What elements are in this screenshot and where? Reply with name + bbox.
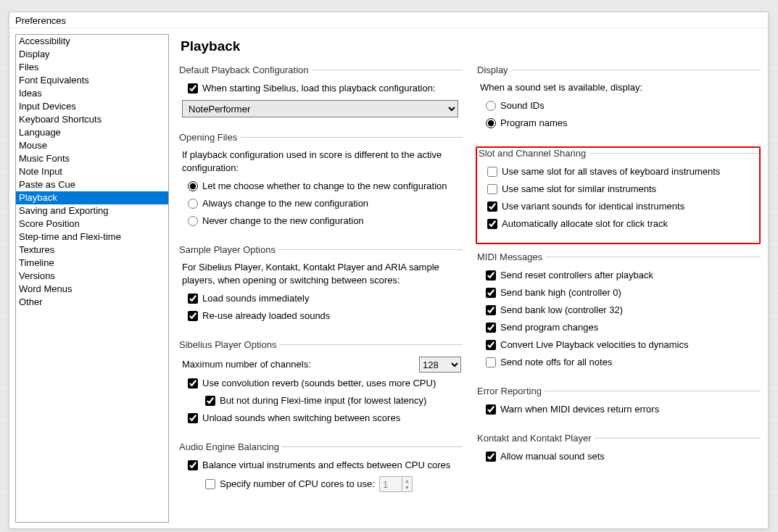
slot-channel-label-3: Automatically allocate slot for click tr… bbox=[502, 217, 668, 230]
category-sidebar[interactable]: AccessibilityDisplayFilesFont Equivalent… bbox=[15, 34, 169, 523]
section-error-reporting: Error Reporting Warn when MIDI devices r… bbox=[476, 386, 761, 425]
slot-channel-label-2: Use variant sounds for identical instrum… bbox=[502, 200, 684, 213]
max-channels-combo[interactable]: 128 bbox=[419, 357, 461, 373]
opening-files-radio-2[interactable] bbox=[188, 216, 198, 226]
warn-midi-errors-label: Warn when MIDI devices return errors bbox=[500, 403, 659, 416]
section-default-playback: Default Playback Configuration When star… bbox=[178, 65, 463, 125]
slot-channel-checkbox-3[interactable] bbox=[487, 219, 497, 229]
section-legend: Error Reporting bbox=[477, 386, 545, 396]
specify-cores-checkbox[interactable] bbox=[205, 479, 215, 489]
section-display: Display When a sound set is available, d… bbox=[476, 65, 761, 139]
display-desc: When a sound set is available, display: bbox=[477, 80, 759, 97]
sidebar-item-display[interactable]: Display bbox=[16, 48, 168, 61]
sibelius-player-checkbox-2[interactable] bbox=[188, 413, 198, 423]
sample-player-label-0: Load sounds immediately bbox=[202, 292, 309, 305]
left-column: Default Playback Configuration When star… bbox=[178, 65, 463, 509]
max-channels-label: Maximum number of channels: bbox=[182, 358, 311, 371]
sample-player-desc: For Sibelius Player, Kontakt, Kontakt Pl… bbox=[179, 259, 461, 290]
sidebar-item-step-time-and-flexi-time[interactable]: Step-time and Flexi-time bbox=[16, 230, 168, 244]
midi-messages-checkbox-4[interactable] bbox=[486, 340, 496, 350]
cpu-cores-value[interactable] bbox=[380, 479, 402, 490]
sidebar-item-word-menus[interactable]: Word Menus bbox=[16, 283, 168, 296]
opening-files-label-2: Never change to the new configuration bbox=[202, 215, 364, 228]
section-sample-player: Sample Player Options For Sibelius Playe… bbox=[178, 244, 463, 332]
section-kontakt: Kontakt and Kontakt Player Allow manual … bbox=[476, 433, 761, 473]
sidebar-item-music-fonts[interactable]: Music Fonts bbox=[16, 152, 168, 165]
load-config-label: When starting Sibelius, load this playba… bbox=[202, 82, 436, 95]
midi-messages-label-3: Send program changes bbox=[500, 321, 598, 334]
midi-messages-checkbox-1[interactable] bbox=[486, 288, 496, 298]
section-legend: Display bbox=[477, 65, 511, 75]
sidebar-item-font-equivalents[interactable]: Font Equivalents bbox=[16, 74, 168, 87]
section-legend: Audio Engine Balancing bbox=[179, 441, 282, 452]
display-label-0: Sound IDs bbox=[500, 99, 545, 112]
opening-files-radio-1[interactable] bbox=[188, 199, 198, 209]
slot-channel-label-1: Use same slot for similar instruments bbox=[502, 183, 656, 196]
midi-messages-checkbox-5[interactable] bbox=[486, 357, 496, 367]
opening-files-desc: If playback configuration used in score … bbox=[179, 147, 461, 178]
sample-player-label-1: Re-use already loaded sounds bbox=[202, 309, 330, 323]
section-legend: MIDI Messages bbox=[477, 252, 545, 262]
balance-cores-label: Balance virtual instruments and effects … bbox=[202, 459, 450, 472]
sidebar-item-input-devices[interactable]: Input Devices bbox=[16, 100, 168, 113]
section-legend: Default Playback Configuration bbox=[179, 65, 312, 75]
section-legend: Sample Player Options bbox=[179, 244, 278, 255]
midi-messages-checkbox-0[interactable] bbox=[486, 270, 496, 280]
allow-manual-soundsets-checkbox[interactable] bbox=[486, 452, 496, 462]
preferences-dialog: Preferences AccessibilityDisplayFilesFon… bbox=[9, 12, 769, 529]
section-legend: Kontakt and Kontakt Player bbox=[477, 433, 595, 444]
load-config-checkbox[interactable] bbox=[188, 83, 198, 93]
midi-messages-label-1: Send bank high (controller 0) bbox=[500, 286, 621, 299]
allow-manual-soundsets-label: Allow manual sound sets bbox=[500, 450, 605, 463]
sidebar-item-score-position[interactable]: Score Position bbox=[16, 217, 168, 230]
warn-midi-errors-checkbox[interactable] bbox=[486, 404, 496, 415]
sidebar-item-paste-as-cue[interactable]: Paste as Cue bbox=[16, 178, 168, 191]
sidebar-item-other[interactable]: Other bbox=[16, 296, 168, 309]
cpu-cores-spinner[interactable]: ▲ ▼ bbox=[379, 476, 413, 492]
section-slot-channel: Slot and Channel Sharing Use same slot f… bbox=[477, 148, 759, 240]
opening-files-label-1: Always change to the new configuration bbox=[202, 197, 368, 210]
midi-messages-label-0: Send reset controllers after playback bbox=[500, 269, 653, 282]
display-radio-0[interactable] bbox=[486, 101, 496, 111]
opening-files-label-0: Let me choose whether to change to the n… bbox=[202, 180, 447, 193]
specify-cores-label: Specify number of CPU cores to use: bbox=[220, 478, 375, 491]
midi-messages-label-5: Send note offs for all notes bbox=[500, 356, 612, 369]
sidebar-item-accessibility[interactable]: Accessibility bbox=[16, 35, 168, 48]
section-audio-engine: Audio Engine Balancing Balance virtual i… bbox=[178, 441, 463, 502]
slot-channel-checkbox-2[interactable] bbox=[487, 201, 497, 212]
sibelius-player-label-1: But not during Flexi-time input (for low… bbox=[220, 394, 426, 407]
midi-messages-checkbox-3[interactable] bbox=[486, 323, 496, 333]
slot-channel-label-0: Use same slot for all staves of keyboard… bbox=[502, 165, 720, 178]
sibelius-player-checkbox-1[interactable] bbox=[205, 396, 215, 406]
spin-up-icon[interactable]: ▲ bbox=[402, 478, 412, 484]
sample-player-checkbox-1[interactable] bbox=[188, 311, 198, 321]
sidebar-item-timeline[interactable]: Timeline bbox=[16, 257, 168, 270]
sidebar-item-saving-and-exporting[interactable]: Saving and Exporting bbox=[16, 204, 168, 217]
section-opening-files: Opening Files If playback configuration … bbox=[178, 132, 463, 237]
slot-channel-checkbox-1[interactable] bbox=[487, 184, 497, 194]
display-radio-1[interactable] bbox=[486, 118, 496, 128]
sidebar-item-ideas[interactable]: Ideas bbox=[16, 87, 168, 100]
playback-config-combo[interactable]: NotePerformer bbox=[182, 100, 458, 117]
dialog-title: Preferences bbox=[9, 12, 768, 28]
midi-messages-checkbox-2[interactable] bbox=[486, 305, 496, 315]
sidebar-item-keyboard-shortcuts[interactable]: Keyboard Shortcuts bbox=[16, 113, 168, 126]
sidebar-item-versions[interactable]: Versions bbox=[16, 270, 168, 283]
midi-messages-label-4: Convert Live Playback velocities to dyna… bbox=[500, 338, 688, 352]
sample-player-checkbox-0[interactable] bbox=[188, 294, 198, 304]
sidebar-item-mouse[interactable]: Mouse bbox=[16, 139, 168, 152]
right-column: Display When a sound set is available, d… bbox=[476, 65, 761, 509]
section-legend: Slot and Channel Sharing bbox=[479, 148, 589, 159]
sidebar-item-language[interactable]: Language bbox=[16, 126, 168, 139]
sidebar-item-note-input[interactable]: Note Input bbox=[16, 165, 168, 178]
sidebar-item-files[interactable]: Files bbox=[16, 61, 168, 74]
section-midi-messages: MIDI Messages Send reset controllers aft… bbox=[476, 252, 761, 378]
opening-files-radio-0[interactable] bbox=[188, 181, 198, 191]
spin-down-icon[interactable]: ▼ bbox=[402, 484, 412, 491]
sibelius-player-checkbox-0[interactable] bbox=[188, 378, 198, 388]
balance-cores-checkbox[interactable] bbox=[188, 460, 198, 470]
sidebar-item-playback[interactable]: Playback bbox=[16, 191, 168, 204]
slot-channel-checkbox-0[interactable] bbox=[487, 167, 497, 177]
sidebar-item-textures[interactable]: Textures bbox=[16, 244, 168, 257]
slot-channel-highlight: Slot and Channel Sharing Use same slot f… bbox=[476, 146, 761, 244]
